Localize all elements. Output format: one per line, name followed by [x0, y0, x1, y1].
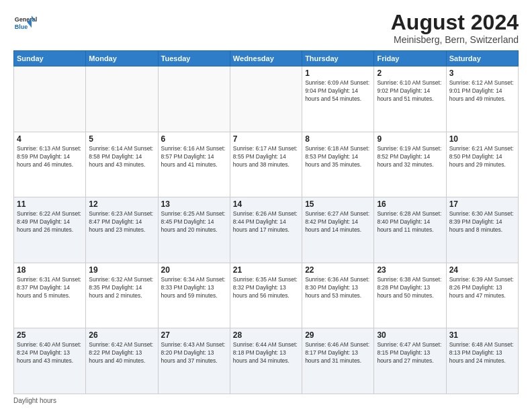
day-number: 5 — [89, 134, 154, 144]
day-number: 31 — [449, 330, 515, 340]
day-number: 18 — [17, 265, 83, 275]
table-row: 7Sunrise: 6:17 AM Sunset: 8:55 PM Daylig… — [230, 132, 302, 197]
table-row: 6Sunrise: 6:16 AM Sunset: 8:57 PM Daylig… — [158, 132, 230, 197]
generalblue-logo-icon: General Blue — [13, 11, 38, 35]
col-sunday: Sunday — [14, 51, 86, 66]
day-detail: Sunrise: 6:42 AM Sunset: 8:22 PM Dayligh… — [89, 341, 154, 365]
day-detail: Sunrise: 6:32 AM Sunset: 8:35 PM Dayligh… — [89, 276, 154, 300]
day-number: 13 — [161, 199, 227, 209]
day-detail: Sunrise: 6:17 AM Sunset: 8:55 PM Dayligh… — [233, 145, 299, 169]
table-row: 11Sunrise: 6:22 AM Sunset: 8:49 PM Dayli… — [14, 197, 86, 263]
table-row: 9Sunrise: 6:19 AM Sunset: 8:52 PM Daylig… — [374, 132, 446, 197]
day-detail: Sunrise: 6:35 AM Sunset: 8:32 PM Dayligh… — [233, 276, 299, 300]
day-number: 12 — [89, 199, 154, 209]
day-detail: Sunrise: 6:47 AM Sunset: 8:15 PM Dayligh… — [377, 341, 443, 365]
day-number: 10 — [449, 134, 515, 144]
day-number: 14 — [233, 199, 299, 209]
table-row: 16Sunrise: 6:28 AM Sunset: 8:40 PM Dayli… — [374, 197, 446, 263]
day-number: 28 — [233, 330, 299, 340]
week-row-4: 18Sunrise: 6:31 AM Sunset: 8:37 PM Dayli… — [14, 263, 519, 328]
table-row: 5Sunrise: 6:14 AM Sunset: 8:58 PM Daylig… — [86, 132, 158, 197]
table-row — [230, 66, 302, 132]
day-number: 19 — [89, 265, 154, 275]
col-saturday: Saturday — [446, 51, 518, 66]
table-row: 3Sunrise: 6:12 AM Sunset: 9:01 PM Daylig… — [446, 66, 518, 132]
daylight-hours-label: Daylight hours — [13, 397, 56, 404]
day-detail: Sunrise: 6:46 AM Sunset: 8:17 PM Dayligh… — [305, 341, 371, 365]
table-row: 30Sunrise: 6:47 AM Sunset: 8:15 PM Dayli… — [374, 328, 446, 394]
col-tuesday: Tuesday — [158, 51, 230, 66]
calendar-table: Sunday Monday Tuesday Wednesday Thursday… — [13, 50, 519, 394]
table-row — [158, 66, 230, 132]
day-number: 29 — [305, 330, 371, 340]
day-number: 2 — [377, 68, 443, 78]
day-number: 30 — [377, 330, 443, 340]
day-detail: Sunrise: 6:43 AM Sunset: 8:20 PM Dayligh… — [161, 341, 227, 365]
day-number: 17 — [449, 199, 515, 209]
day-detail: Sunrise: 6:48 AM Sunset: 8:13 PM Dayligh… — [449, 341, 515, 365]
day-detail: Sunrise: 6:36 AM Sunset: 8:30 PM Dayligh… — [305, 276, 371, 300]
day-number: 6 — [161, 134, 227, 144]
table-row: 23Sunrise: 6:38 AM Sunset: 8:28 PM Dayli… — [374, 263, 446, 328]
table-row: 17Sunrise: 6:30 AM Sunset: 8:39 PM Dayli… — [446, 197, 518, 263]
day-number: 8 — [305, 134, 371, 144]
table-row: 21Sunrise: 6:35 AM Sunset: 8:32 PM Dayli… — [230, 263, 302, 328]
day-number: 25 — [17, 330, 83, 340]
day-detail: Sunrise: 6:13 AM Sunset: 8:59 PM Dayligh… — [17, 145, 83, 169]
week-row-1: 1Sunrise: 6:09 AM Sunset: 9:04 PM Daylig… — [14, 66, 519, 132]
table-row: 31Sunrise: 6:48 AM Sunset: 8:13 PM Dayli… — [446, 328, 518, 394]
day-detail: Sunrise: 6:40 AM Sunset: 8:24 PM Dayligh… — [17, 341, 83, 365]
day-detail: Sunrise: 6:12 AM Sunset: 9:01 PM Dayligh… — [449, 79, 515, 103]
week-row-2: 4Sunrise: 6:13 AM Sunset: 8:59 PM Daylig… — [14, 132, 519, 197]
col-friday: Friday — [374, 51, 446, 66]
day-detail: Sunrise: 6:18 AM Sunset: 8:53 PM Dayligh… — [305, 145, 371, 169]
day-number: 15 — [305, 199, 371, 209]
day-detail: Sunrise: 6:22 AM Sunset: 8:49 PM Dayligh… — [17, 210, 83, 234]
table-row: 18Sunrise: 6:31 AM Sunset: 8:37 PM Dayli… — [14, 263, 86, 328]
col-monday: Monday — [86, 51, 158, 66]
table-row: 2Sunrise: 6:10 AM Sunset: 9:02 PM Daylig… — [374, 66, 446, 132]
title-block: August 2024 Meinisberg, Bern, Switzerlan… — [391, 11, 519, 45]
day-number: 22 — [305, 265, 371, 275]
table-row — [86, 66, 158, 132]
day-detail: Sunrise: 6:30 AM Sunset: 8:39 PM Dayligh… — [449, 210, 515, 234]
table-row: 13Sunrise: 6:25 AM Sunset: 8:45 PM Dayli… — [158, 197, 230, 263]
page: General Blue August 2024 Meinisberg, Ber… — [0, 0, 532, 411]
table-row: 19Sunrise: 6:32 AM Sunset: 8:35 PM Dayli… — [86, 263, 158, 328]
table-row: 27Sunrise: 6:43 AM Sunset: 8:20 PM Dayli… — [158, 328, 230, 394]
day-detail: Sunrise: 6:27 AM Sunset: 8:42 PM Dayligh… — [305, 210, 371, 234]
week-row-3: 11Sunrise: 6:22 AM Sunset: 8:49 PM Dayli… — [14, 197, 519, 263]
table-row: 10Sunrise: 6:21 AM Sunset: 8:50 PM Dayli… — [446, 132, 518, 197]
day-detail: Sunrise: 6:25 AM Sunset: 8:45 PM Dayligh… — [161, 210, 227, 234]
day-number: 21 — [233, 265, 299, 275]
header: General Blue August 2024 Meinisberg, Ber… — [13, 11, 519, 45]
table-row: 20Sunrise: 6:34 AM Sunset: 8:33 PM Dayli… — [158, 263, 230, 328]
footer-label: Daylight hours — [13, 397, 519, 404]
table-row: 26Sunrise: 6:42 AM Sunset: 8:22 PM Dayli… — [86, 328, 158, 394]
day-number: 24 — [449, 265, 515, 275]
day-detail: Sunrise: 6:09 AM Sunset: 9:04 PM Dayligh… — [305, 79, 371, 103]
table-row: 8Sunrise: 6:18 AM Sunset: 8:53 PM Daylig… — [302, 132, 374, 197]
day-number: 23 — [377, 265, 443, 275]
col-thursday: Thursday — [302, 51, 374, 66]
logo: General Blue — [13, 11, 38, 35]
day-detail: Sunrise: 6:16 AM Sunset: 8:57 PM Dayligh… — [161, 145, 227, 169]
calendar-header-row: Sunday Monday Tuesday Wednesday Thursday… — [14, 51, 519, 66]
table-row: 25Sunrise: 6:40 AM Sunset: 8:24 PM Dayli… — [14, 328, 86, 394]
day-detail: Sunrise: 6:38 AM Sunset: 8:28 PM Dayligh… — [377, 276, 443, 300]
day-number: 7 — [233, 134, 299, 144]
day-detail: Sunrise: 6:14 AM Sunset: 8:58 PM Dayligh… — [89, 145, 154, 169]
day-detail: Sunrise: 6:39 AM Sunset: 8:26 PM Dayligh… — [449, 276, 515, 300]
day-number: 27 — [161, 330, 227, 340]
table-row: 24Sunrise: 6:39 AM Sunset: 8:26 PM Dayli… — [446, 263, 518, 328]
svg-text:Blue: Blue — [15, 24, 28, 30]
table-row: 14Sunrise: 6:26 AM Sunset: 8:44 PM Dayli… — [230, 197, 302, 263]
table-row: 1Sunrise: 6:09 AM Sunset: 9:04 PM Daylig… — [302, 66, 374, 132]
day-detail: Sunrise: 6:44 AM Sunset: 8:18 PM Dayligh… — [233, 341, 299, 365]
day-detail: Sunrise: 6:10 AM Sunset: 9:02 PM Dayligh… — [377, 79, 443, 103]
col-wednesday: Wednesday — [230, 51, 302, 66]
day-number: 4 — [17, 134, 83, 144]
table-row: 29Sunrise: 6:46 AM Sunset: 8:17 PM Dayli… — [302, 328, 374, 394]
day-detail: Sunrise: 6:31 AM Sunset: 8:37 PM Dayligh… — [17, 276, 83, 300]
day-detail: Sunrise: 6:19 AM Sunset: 8:52 PM Dayligh… — [377, 145, 443, 169]
